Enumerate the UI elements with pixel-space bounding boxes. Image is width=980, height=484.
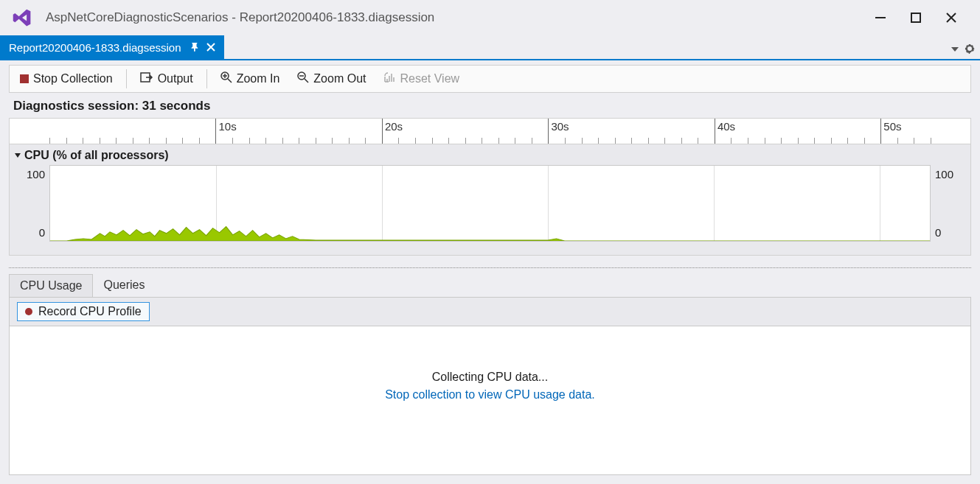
ruler-tick-label: 20s	[385, 120, 403, 133]
cpu-chart-panel: CPU (% of all processors) 100 0 100 0	[9, 144, 971, 256]
reset-view-button: Reset View	[378, 69, 465, 89]
stop-icon	[20, 74, 29, 83]
record-cpu-profile-label: Record CPU Profile	[38, 305, 142, 318]
cpu-chart-title-row[interactable]: CPU (% of all processors)	[10, 144, 970, 165]
stop-collection-link[interactable]: Stop collection to view CPU usage data.	[385, 388, 595, 401]
zoom-out-button[interactable]: Zoom Out	[291, 69, 372, 89]
document-tab-strip: Report20200406-1833.diagsession	[0, 35, 980, 60]
output-button[interactable]: Output	[134, 69, 199, 89]
cpu-usage-toolbar: Record CPU Profile	[9, 297, 971, 326]
zoom-in-icon	[220, 71, 232, 86]
toolbar-separator	[126, 69, 127, 88]
collapse-triangle-icon[interactable]	[15, 153, 21, 158]
cpu-usage-content: Collecting CPU data... Stop collection t…	[9, 326, 971, 475]
cpu-chart-plot[interactable]	[49, 165, 931, 242]
record-icon	[25, 308, 32, 315]
window-title: AspNetCoreDiagnosticScenarios - Report20…	[46, 10, 874, 25]
pin-icon[interactable]	[189, 42, 199, 52]
collecting-status-text: Collecting CPU data...	[432, 371, 548, 384]
tab-cpu-usage[interactable]: CPU Usage	[9, 274, 93, 297]
output-icon	[140, 71, 153, 86]
active-files-dropdown-icon[interactable]	[951, 43, 959, 57]
detail-tab-strip: CPU Usage Queries	[9, 267, 971, 297]
ruler-tick-label: 40s	[717, 120, 735, 133]
ruler-tick-label: 30s	[551, 120, 569, 133]
title-bar: AspNetCoreDiagnosticScenarios - Report20…	[0, 0, 980, 35]
minimize-button[interactable]	[874, 11, 887, 24]
session-duration-label: Diagnostics session: 31 seconds	[0, 93, 980, 118]
toolbar-separator	[206, 69, 207, 88]
timeline-ruler[interactable]: 10s20s30s40s50s	[9, 118, 971, 144]
y-axis-left: 100 0	[10, 165, 49, 242]
y-max-right: 100	[935, 168, 953, 180]
document-tab-active[interactable]: Report20200406-1833.diagsession	[0, 35, 224, 59]
y-max-left: 100	[27, 168, 45, 180]
zoom-in-label: Zoom In	[237, 72, 280, 85]
visual-studio-icon	[12, 7, 32, 28]
stop-collection-button[interactable]: Stop Collection	[14, 69, 119, 88]
reset-view-label: Reset View	[400, 72, 459, 85]
y-axis-right: 100 0	[931, 165, 970, 242]
ruler-tick-label: 10s	[218, 120, 236, 133]
record-cpu-profile-button[interactable]: Record CPU Profile	[17, 302, 150, 321]
gear-icon[interactable]	[964, 43, 976, 57]
document-tab-label: Report20200406-1833.diagsession	[9, 41, 181, 54]
y-min-right: 0	[935, 226, 941, 239]
reset-view-icon	[383, 71, 395, 86]
stop-collection-label: Stop Collection	[33, 72, 113, 85]
diagnostics-toolbar: Stop Collection Output Zoom In Zoom Out	[9, 65, 971, 93]
tab-queries[interactable]: Queries	[93, 274, 155, 297]
tab-close-icon[interactable]	[206, 43, 215, 52]
y-min-left: 0	[39, 226, 45, 239]
maximize-button[interactable]	[909, 11, 922, 24]
zoom-out-icon	[297, 71, 309, 86]
close-button[interactable]	[945, 11, 958, 24]
output-label: Output	[158, 72, 193, 85]
zoom-out-label: Zoom Out	[313, 72, 366, 85]
ruler-tick-label: 50s	[883, 120, 901, 133]
zoom-in-button[interactable]: Zoom In	[215, 69, 286, 89]
cpu-chart-title: CPU (% of all processors)	[24, 149, 169, 162]
